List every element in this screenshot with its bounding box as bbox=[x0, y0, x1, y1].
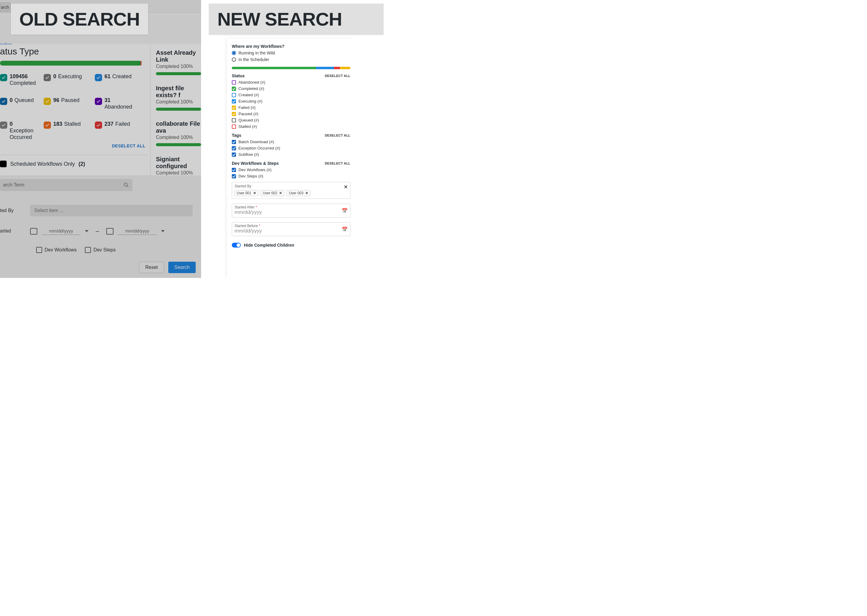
checkbox-icon bbox=[232, 99, 236, 104]
status-filter-executing[interactable]: 0Executing bbox=[44, 73, 95, 86]
user-chip[interactable]: User 001✕ bbox=[235, 190, 258, 196]
filter-abandoned-[interactable]: Abandoned (#) bbox=[232, 80, 350, 85]
status-filter-stalled[interactable]: 183Stalled bbox=[44, 121, 95, 140]
started-after-box[interactable]: Started After * mm/dd/yyyy 📅 bbox=[232, 204, 350, 217]
started-before-box[interactable]: Started Before * mm/dd/yyyy 📅 bbox=[232, 222, 350, 236]
calendar-icon: 📅 bbox=[342, 226, 348, 232]
progress-bar bbox=[156, 108, 201, 111]
dev-deselect-all[interactable]: DESELECT ALL bbox=[325, 162, 350, 165]
started-before-label: Started Before bbox=[235, 224, 258, 228]
filter-label: Dev Steps (#) bbox=[238, 174, 263, 178]
date-to[interactable]: mm/dd/yyyy bbox=[106, 227, 165, 235]
workflow-card[interactable]: Asset Already LinkCompleted 100% bbox=[156, 49, 201, 75]
dev-workflows-checkbox[interactable]: Dev Workflows bbox=[36, 247, 76, 253]
checkbox-icon bbox=[95, 121, 102, 129]
old-title-plaque: OLD SEARCH bbox=[11, 4, 148, 35]
status-segment-bar bbox=[232, 67, 350, 69]
calendar-icon: 📅 bbox=[342, 208, 348, 214]
radio-scheduler[interactable]: In the Scheduler bbox=[232, 57, 350, 62]
filter-batch-download-[interactable]: Batch Download (#) bbox=[232, 140, 350, 144]
checkbox-icon bbox=[232, 168, 236, 172]
scheduled-count: (2) bbox=[79, 161, 85, 167]
status-count: 0 bbox=[53, 73, 56, 80]
status-deselect-all[interactable]: DESELECT ALL bbox=[325, 74, 350, 78]
workflow-title: collaborate File ava bbox=[156, 120, 201, 134]
radio-running-wild[interactable]: Running in the Wild bbox=[232, 50, 350, 55]
svg-point-0 bbox=[124, 183, 127, 186]
date-from[interactable]: mm/dd/yyyy bbox=[30, 227, 88, 235]
status-filter-queued[interactable]: 0Queued bbox=[0, 97, 44, 110]
filter-label: Abandoned (#) bbox=[238, 80, 265, 85]
status-filter-completed[interactable]: 109456Completed bbox=[0, 73, 44, 86]
search-icon bbox=[123, 182, 129, 188]
workflow-title: Ingest file exists? f bbox=[156, 85, 201, 99]
filter-stalled-[interactable]: Stalled (#) bbox=[232, 124, 350, 129]
status-filter-created[interactable]: 61Created bbox=[95, 73, 146, 86]
checkbox-icon bbox=[36, 247, 42, 253]
filter-dev-workflows-[interactable]: Dev Workflows (#) bbox=[232, 168, 350, 172]
calendar-icon bbox=[30, 227, 37, 235]
checkbox-icon bbox=[44, 74, 51, 81]
filter-created-[interactable]: Created (#) bbox=[232, 93, 350, 97]
scheduled-workflows-toggle[interactable]: Scheduled Workflows Only (2) bbox=[0, 160, 148, 167]
checkbox-icon bbox=[232, 152, 236, 157]
workflow-card[interactable]: collaborate File avaCompleted 100% bbox=[156, 120, 201, 146]
filter-exception-occurred-[interactable]: Exception Occurred (#) bbox=[232, 146, 350, 150]
workflow-card[interactable]: Ingest file exists? fCompleted 100% bbox=[156, 85, 201, 111]
started-by-label: Started By bbox=[235, 184, 348, 188]
started-label: arted bbox=[0, 228, 30, 234]
reset-button[interactable]: Reset bbox=[139, 262, 164, 273]
started-by-select[interactable]: Select item ... bbox=[30, 205, 193, 216]
user-chip[interactable]: User 003✕ bbox=[287, 190, 311, 196]
status-count: 183 bbox=[53, 121, 62, 127]
checkbox-icon bbox=[0, 121, 7, 129]
filter-completed-[interactable]: Completed (#) bbox=[232, 86, 350, 91]
filter-executing-[interactable]: Executing (#) bbox=[232, 99, 350, 104]
old-deselect-link[interactable]: DESELECT ALL bbox=[0, 143, 145, 148]
filter-failed-[interactable]: Failed (#) bbox=[232, 105, 350, 110]
remove-icon[interactable]: ✕ bbox=[305, 191, 308, 195]
progress-bar bbox=[156, 72, 201, 75]
checkbox-icon bbox=[0, 74, 7, 81]
dev-steps-checkbox[interactable]: Dev Steps bbox=[85, 247, 116, 253]
filter-label: Queued (#) bbox=[238, 118, 259, 123]
filter-subflow-[interactable]: Subflow (#) bbox=[232, 152, 350, 157]
segment bbox=[334, 67, 340, 69]
required-mark: * bbox=[259, 224, 260, 228]
filter-label: Executing (#) bbox=[238, 99, 263, 104]
status-filter-exception-occurred[interactable]: 0Exception Occurred bbox=[0, 121, 44, 140]
remove-icon[interactable]: ✕ bbox=[279, 191, 282, 195]
radio-icon bbox=[232, 51, 236, 55]
checkbox-icon bbox=[0, 160, 6, 167]
filter-dev-steps-[interactable]: Dev Steps (#) bbox=[232, 174, 350, 178]
filter-label: Paused (#) bbox=[238, 112, 258, 116]
filter-label: Subflow (#) bbox=[238, 152, 259, 157]
checkbox-icon bbox=[232, 105, 236, 110]
tags-deselect-all[interactable]: DESELECT ALL bbox=[325, 134, 350, 137]
status-filter-abandoned[interactable]: 31Abandoned bbox=[95, 97, 146, 110]
status-filter-paused[interactable]: 96Paused bbox=[44, 97, 95, 110]
filter-paused-[interactable]: Paused (#) bbox=[232, 112, 350, 116]
hide-completed-children-toggle[interactable]: Hide Completed Children bbox=[232, 243, 350, 248]
status-label: Queued bbox=[14, 97, 34, 104]
new-search-panel: Where are my Workflows? Running in the W… bbox=[227, 39, 355, 278]
old-status-grid: 109456Completed0Executing61Created0Queue… bbox=[0, 73, 148, 140]
date-from-input[interactable]: mm/dd/yyyy bbox=[41, 227, 81, 235]
status-label: Paused bbox=[61, 97, 79, 104]
old-search-term-input[interactable]: arch Term bbox=[0, 179, 132, 191]
checkbox-icon bbox=[232, 86, 236, 91]
status-label: Completed bbox=[9, 80, 36, 86]
filter-queued-[interactable]: Queued (#) bbox=[232, 118, 350, 123]
status-filter-failed[interactable]: 237Failed bbox=[95, 121, 146, 140]
search-button[interactable]: Search bbox=[168, 262, 195, 273]
started-by-box[interactable]: Started By ✕ User 001✕User 002✕User 003✕ bbox=[232, 182, 350, 199]
date-to-input[interactable]: mm/dd/yyyy bbox=[118, 227, 157, 235]
status-count: 96 bbox=[53, 97, 59, 104]
remove-icon[interactable]: ✕ bbox=[253, 191, 256, 195]
workflow-subtitle: Completed 100% bbox=[156, 135, 201, 140]
checkbox-icon bbox=[232, 124, 236, 129]
status-count: 31 bbox=[104, 97, 132, 104]
started-before-placeholder: mm/dd/yyyy bbox=[235, 228, 348, 234]
user-chip[interactable]: User 002✕ bbox=[261, 190, 284, 196]
clear-icon[interactable]: ✕ bbox=[344, 184, 348, 190]
